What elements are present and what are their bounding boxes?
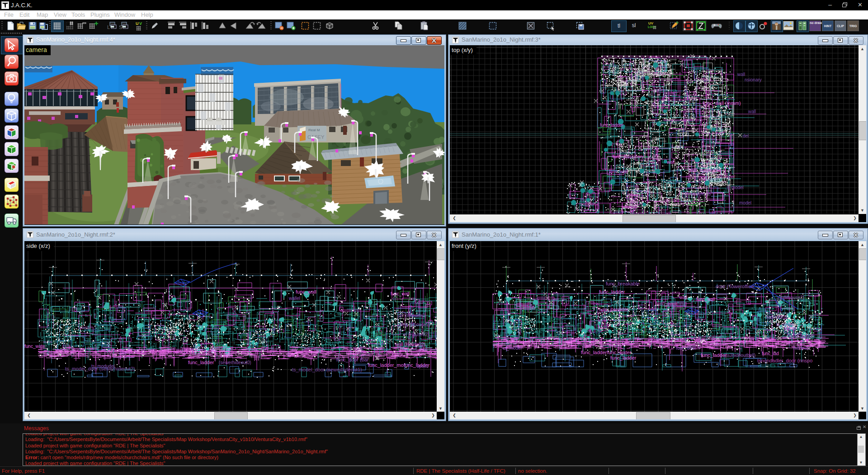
svg-text:Real M: Real M xyxy=(308,128,320,132)
svg-text:door (Toweroffice: door (Toweroffice xyxy=(716,284,754,289)
svg-text:spell1: spell1 xyxy=(417,364,429,369)
svg-text:wall_toggleable: wall_toggleable xyxy=(689,168,721,173)
svg-text:tsnondadler_door (nnspo: tsnondadler_door (nnspo xyxy=(757,358,812,363)
svg-text:el (House02): el (House02) xyxy=(403,332,429,337)
svg-text:ts_model_door (sewerhideout2): ts_model_door (sewerhideout2) xyxy=(65,366,135,371)
svg-text:func_illusionary: func_illusionary xyxy=(613,154,644,159)
svg-text:func_wall: func_wall xyxy=(696,297,715,302)
svg-text:L: L xyxy=(107,24,110,30)
svg-text:(lilhouse2): (lilhouse2) xyxy=(783,295,804,300)
svg-text:ladder: ladder xyxy=(784,326,797,331)
svg-text:del: del xyxy=(743,133,749,138)
svg-text:UV: UV xyxy=(648,21,654,25)
svg-text:V: V xyxy=(139,21,142,26)
svg-text:func_wall: func_wall xyxy=(391,291,410,296)
svg-text:func_lad: func_lad xyxy=(762,351,779,356)
svg-text:funts_dfunc_f(doorKsltradderlo: funts_dfunc_f(doorKsltradderlock) xyxy=(122,349,196,354)
svg-text:ts_model: ts_model xyxy=(503,346,522,351)
svg-text:func_wall: func_wall xyxy=(609,169,628,174)
svg-text:ts_: ts_ xyxy=(581,197,587,202)
svg-text:ride: ride xyxy=(119,351,127,356)
svg-text:func_wall: func_wall xyxy=(656,301,676,306)
svg-text:atr (lilhouse2): atr (lilhouse2) xyxy=(399,313,426,318)
svg-text:model: model xyxy=(739,200,751,205)
svg-text:breakable (ts_: breakable (ts_ xyxy=(685,191,714,196)
svg-text:U: U xyxy=(136,21,139,26)
svg-text:hideout2: hideout2 xyxy=(793,346,811,351)
svg-text:(ts3hideoutbell): (ts3hideoutbell) xyxy=(725,353,755,358)
svg-text:func_ladderfunc_water: func_ladderfunc_water xyxy=(581,350,632,355)
svg-text:func_wall: func_wall xyxy=(296,289,316,294)
svg-text:wall: wall xyxy=(748,109,756,114)
svg-text:(sewerhideout0): (sewerhideout0) xyxy=(219,360,251,365)
svg-text:nade (mppe: nade (mppe xyxy=(789,334,813,339)
svg-text:func_: func_ xyxy=(493,344,505,349)
svg-text:wall: wall xyxy=(737,72,745,77)
svg-text:CASEY: CASEY xyxy=(307,134,325,140)
svg-text:func_ladder: func_ladder xyxy=(701,352,727,358)
svg-text:hidefabio2: hidefabio2 xyxy=(766,315,788,320)
svg-text:func_ladder: func_ladder xyxy=(600,123,624,128)
svg-text:wallel: wallel xyxy=(288,296,300,301)
svg-text:func_ladder: func_ladder xyxy=(610,355,637,361)
svg-text:offixeyer: offixeyer xyxy=(717,174,736,179)
svg-text:wall: wall xyxy=(679,295,687,300)
svg-text:nsionary: nsionary xyxy=(745,77,762,82)
svg-text:wall (House02): wall (House02) xyxy=(395,342,425,347)
svg-text:wall: wall xyxy=(666,160,675,165)
svg-text:func_door: func_door xyxy=(676,346,696,351)
svg-text:func_door (bar: func_door (bar xyxy=(336,357,369,362)
svg-text:func_jbreakble: func_jbreakble xyxy=(599,307,628,312)
svg-text:ts_model_door (sewerhideout1): ts_model_door (sewerhideout1) xyxy=(292,367,362,372)
svg-text:func_wate: func_wate xyxy=(24,344,45,349)
svg-text:func_breakable: func_breakable xyxy=(606,281,640,286)
svg-text:func_ladder: func_ladder xyxy=(599,289,625,294)
svg-text:func_wall (mmm): func_wall (mmm) xyxy=(703,100,741,106)
svg-text:ding (lilhouse2): ding (lilhouse2) xyxy=(400,322,430,327)
svg-text:s_model: s_model xyxy=(726,185,744,190)
svg-text:spell: spell xyxy=(422,350,432,355)
svg-text:func_ladder: func_ladder xyxy=(188,360,214,365)
svg-text:ts_model: ts_model xyxy=(703,212,722,214)
